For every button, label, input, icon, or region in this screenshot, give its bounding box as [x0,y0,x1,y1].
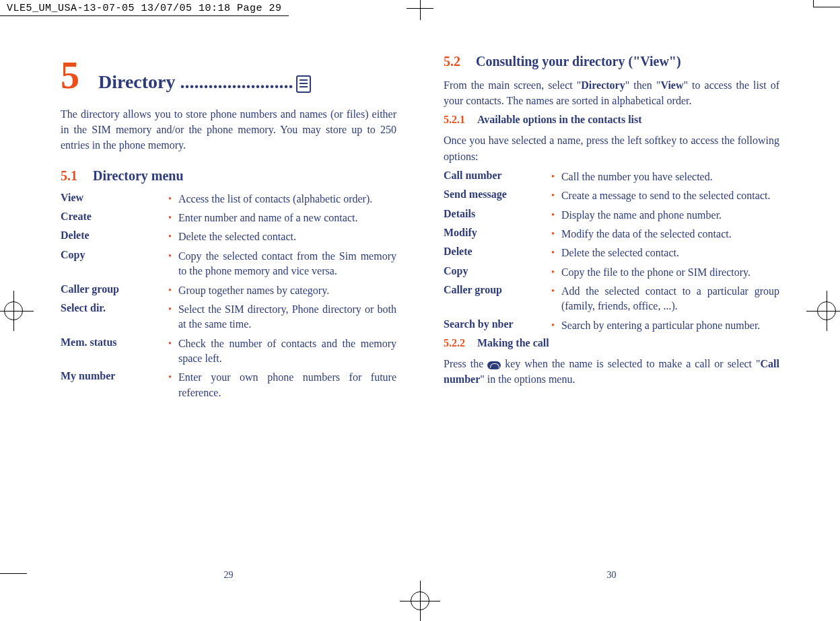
menu-item-mem-status: Mem. status•Check the number of contacts… [61,336,396,367]
desc: Enter your own phone numbers for future … [178,370,396,400]
bullet-icon: • [168,229,172,244]
section-5-1-heading: 5.1 Directory menu [61,168,396,184]
option-copy: Copy•Copy the file to the phone or SIM d… [444,265,779,280]
desc: Copy the selected contact from the Sim m… [178,249,396,279]
desc: Check the number of contacts and the mem… [178,336,396,367]
page-spread: 5 Directory ........................ The… [61,54,779,581]
bullet-icon: • [168,192,172,207]
section-title: Consulting your directory ("View") [476,54,681,69]
page-left: 5 Directory ........................ The… [61,54,396,581]
subsection-title: Making the call [477,337,549,349]
subsection-number: 5.2.1 [444,114,465,125]
bullet-icon: • [551,318,555,333]
option-call-number: Call number•Call the number you have sel… [444,170,779,184]
corner-mark-bl-icon [0,573,27,574]
chapter-title-text: Directory ........................ [98,71,293,92]
desc: Display the name and phone number. [561,208,779,223]
desc: Delete the selected contact. [561,246,779,260]
bullet-icon: • [168,283,172,298]
bullet-icon: • [168,336,172,351]
option-send-message: Send message•Create a message to send to… [444,188,779,203]
subsection-lead: Once you have selected a name, press the… [444,133,779,163]
bullet-icon: • [168,370,172,385]
subsection-number: 5.2.2 [444,337,465,349]
subsection-5-2-2-heading: 5.2.2 Making the call [444,337,779,349]
subsection-title: Available options in the contacts list [477,114,642,125]
call-key-icon [487,361,501,369]
menu-item-create: Create•Enter number and name of a new co… [61,211,396,225]
bullet-icon: • [551,284,555,299]
menu-item-caller-group: Caller group•Group together names by cat… [61,283,396,298]
term: View [61,192,168,204]
option-modify: Modify•Modify the data of the selected c… [444,227,779,242]
term: Select dir. [61,302,168,314]
desc: Access the list of contacts (alphabetic … [178,192,396,207]
crop-mark-bottom-icon [400,581,440,621]
term: Copy [61,249,168,261]
term: Delete [444,246,551,258]
term: Call number [444,170,551,182]
bullet-icon: • [168,302,172,317]
bullet-icon: • [551,246,555,260]
chapter-heading: 5 Directory ........................ [61,54,396,97]
bullet-icon: • [168,211,172,225]
t: From the main screen, select " [444,79,581,91]
term: My number [61,370,168,382]
t: View [660,79,683,91]
term: Modify [444,227,551,239]
section-5-2-heading: 5.2 Consulting your directory ("View") [444,54,779,69]
t: key when the name is selected to make a … [501,358,760,369]
bullet-icon: • [551,227,555,242]
chapter-number: 5 [61,54,79,97]
file-slug-header: VLE5_UM_USA-13-07-05 13/07/05 10:18 Page… [0,0,289,16]
bullet-icon: • [551,188,555,203]
option-caller-group: Caller group•Add the selected contact to… [444,284,779,314]
bullet-icon: • [551,208,555,223]
term: Search by nber [444,318,551,330]
menu-item-view: View•Access the list of contacts (alphab… [61,192,396,207]
page-number-right: 30 [607,570,617,581]
crop-mark-right-icon [806,291,840,331]
desc: Group together names by category. [178,283,396,298]
desc: Create a message to send to the selected… [561,188,779,203]
menu-item-select-dir: Select dir.•Select the SIM directory, Ph… [61,302,396,332]
subsection-5-2-1-heading: 5.2.1 Available options in the contacts … [444,114,779,126]
desc: Call the number you have selected. [561,170,779,184]
desc: Modify the data of the selected contact. [561,227,779,242]
term: Create [61,211,168,223]
term: Details [444,208,551,220]
t: " then " [625,79,661,91]
crop-mark-top-icon [407,0,433,20]
page-right: 5.2 Consulting your directory ("View") F… [444,54,779,581]
corner-mark-tr-icon [813,7,840,7]
term: Caller group [61,283,168,295]
option-delete: Delete•Delete the selected contact. [444,246,779,260]
desc: Search by entering a particular phone nu… [561,318,779,333]
option-search-by-nber: Search by nber•Search by entering a part… [444,318,779,333]
chapter-title: Directory ........................ [98,71,396,93]
term: Mem. status [61,336,168,349]
desc: Enter number and name of a new contact. [178,211,396,225]
term: Delete [61,229,168,242]
t: Press the [444,358,487,369]
menu-item-delete: Delete•Delete the selected contact. [61,229,396,244]
bullet-icon: • [168,249,172,264]
term: Send message [444,188,551,200]
menu-item-copy: Copy•Copy the selected contact from the … [61,249,396,279]
desc: Add the selected contact to a particular… [561,284,779,314]
bullet-icon: • [551,170,555,184]
t: Directory [581,79,625,91]
term: Copy [444,265,551,277]
section-number: 5.2 [444,54,460,69]
menu-item-my-number: My number•Enter your own phone numbers f… [61,370,396,400]
section-number: 5.1 [61,168,77,183]
directory-icon [296,75,311,93]
making-call-text: Press the key when the name is selected … [444,356,779,387]
section-intro: From the main screen, select "Directory"… [444,77,779,108]
t: " in the options menu. [480,373,575,385]
bullet-icon: • [551,265,555,280]
desc: Copy the file to the phone or SIM direct… [561,265,779,280]
term: Caller group [444,284,551,296]
option-details: Details•Display the name and phone numbe… [444,208,779,223]
section-title: Directory menu [93,168,184,183]
